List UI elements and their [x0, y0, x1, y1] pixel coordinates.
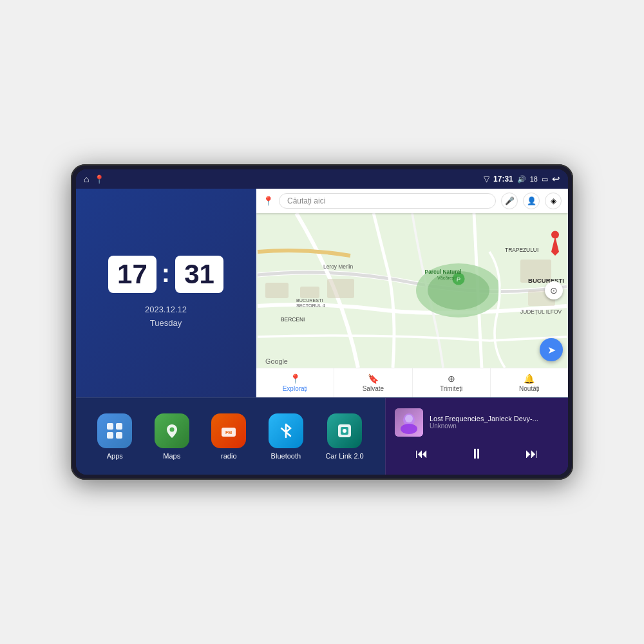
bluetooth-label: Bluetooth	[271, 452, 301, 460]
app-item-apps[interactable]: Apps	[97, 413, 132, 460]
music-info: Lost Frequencies_Janieck Devy-... Unknow…	[395, 408, 559, 437]
music-artist: Unknown	[430, 422, 559, 430]
svg-text:P: P	[457, 276, 460, 283]
radio-label: radio	[221, 452, 236, 460]
screen: ⌂ 📍 ▽ 17:31 🔊 18 ▭ ↩ 17 :	[76, 169, 568, 475]
svg-text:FM: FM	[225, 430, 232, 435]
bluetooth-icon-wrapper	[269, 413, 303, 448]
music-next-btn[interactable]: ⏭	[519, 444, 545, 464]
svg-text:TRAPEZULUI: TRAPEZULUI	[505, 247, 538, 253]
clock-minutes: 31	[175, 256, 223, 293]
music-title: Lost Frequencies_Janieck Devy-...	[430, 415, 559, 422]
svg-point-31	[343, 429, 346, 433]
svg-text:JUDEȚUL ILFOV: JUDEȚUL ILFOV	[520, 308, 562, 315]
svg-text:SECTORUL 4: SECTORUL 4	[296, 303, 325, 308]
battery-icon: ▭	[542, 175, 548, 184]
svg-rect-25	[116, 432, 122, 439]
app-item-radio[interactable]: FM radio	[211, 413, 246, 460]
svg-point-20	[551, 231, 559, 239]
status-right: ▽ 17:31 🔊 18 ▭ ↩	[484, 173, 560, 185]
signal-icon: ▽	[484, 175, 489, 184]
map-pin-icon: 📍	[263, 196, 274, 206]
map-header: 📍 Căutați aici 🎤 👤 ◈	[256, 189, 568, 213]
clock-colon: :	[162, 259, 170, 288]
svg-rect-4	[300, 287, 319, 298]
volume-icon: 🔊	[517, 175, 526, 184]
clock-panel: 17 : 31 2023.12.12 Tuesday	[76, 189, 256, 397]
map-account-btn[interactable]: 👤	[523, 193, 540, 209]
svg-text:Parcul Natural: Parcul Natural	[425, 269, 462, 275]
main-area: 17 : 31 2023.12.12 Tuesday 📍 Căutați aic	[76, 189, 568, 475]
svg-text:BERCENI: BERCENI	[281, 316, 305, 323]
music-text: Lost Frequencies_Janieck Devy-... Unknow…	[430, 415, 559, 430]
svg-rect-5	[327, 279, 354, 298]
svg-point-26	[169, 427, 174, 431]
map-panel[interactable]: 📍 Căutați aici 🎤 👤 ◈	[256, 189, 568, 397]
svg-rect-24	[107, 432, 113, 439]
app-item-maps[interactable]: Maps	[155, 413, 189, 460]
apps-icon	[97, 413, 132, 448]
app-item-bluetooth[interactable]: Bluetooth	[269, 413, 303, 460]
battery-level: 18	[530, 175, 538, 183]
map-location-btn[interactable]: ⊙	[545, 281, 563, 299]
svg-rect-22	[107, 423, 113, 430]
app-item-carlink[interactable]: Car Link 2.0	[325, 413, 363, 460]
clock-display: 17 : 31	[108, 256, 223, 293]
saved-icon: 🔖	[368, 374, 379, 384]
status-time: 17:31	[493, 175, 513, 184]
carlink-icon	[327, 413, 362, 448]
back-icon[interactable]: ↩	[552, 173, 560, 185]
svg-text:Văcărești: Văcărești	[437, 275, 457, 281]
map-footer-send[interactable]: ⊕ Trimiteți	[413, 368, 491, 397]
map-footer-saved[interactable]: 🔖 Salvate	[334, 368, 412, 397]
maps-label: Maps	[163, 452, 180, 460]
music-play-btn[interactable]: ⏸	[463, 443, 490, 465]
svg-text:Google: Google	[265, 357, 288, 365]
clock-date: 2023.12.12 Tuesday	[145, 303, 187, 330]
device-shell: ⌂ 📍 ▽ 17:31 🔊 18 ▭ ↩ 17 :	[71, 164, 573, 480]
send-icon: ⊕	[448, 374, 455, 384]
home-icon[interactable]: ⌂	[84, 174, 89, 184]
svg-rect-3	[265, 283, 289, 298]
apps-label: Apps	[107, 452, 123, 460]
svg-point-35	[405, 415, 413, 422]
map-container[interactable]: P Parcul Natural Văcărești Leroy Merlin …	[256, 213, 568, 368]
svg-point-34	[401, 424, 417, 434]
svg-rect-23	[116, 423, 122, 430]
apps-panel: Apps Maps	[76, 398, 385, 475]
map-navigate-btn[interactable]: ➤	[540, 338, 563, 361]
news-icon: 🔔	[524, 374, 535, 384]
maps-icon	[155, 413, 189, 448]
music-controls: ⏮ ⏸ ⏭	[395, 443, 559, 465]
map-footer: 📍 Explorați 🔖 Salvate ⊕ Trimiteți 🔔	[256, 368, 568, 397]
svg-text:Leroy Merlin: Leroy Merlin	[323, 263, 353, 270]
bottom-row: Apps Maps	[76, 397, 568, 475]
explore-icon: 📍	[290, 374, 301, 384]
music-prev-btn[interactable]: ⏮	[409, 444, 435, 464]
map-voice-btn[interactable]: 🎤	[501, 193, 518, 209]
carlink-label: Car Link 2.0	[325, 452, 363, 460]
top-row: 17 : 31 2023.12.12 Tuesday 📍 Căutați aic	[76, 189, 568, 397]
maps-status-icon[interactable]: 📍	[94, 175, 104, 184]
map-header-icons: 🎤 👤 ◈	[501, 193, 562, 209]
search-placeholder: Căutați aici	[287, 196, 325, 205]
status-bar: ⌂ 📍 ▽ 17:31 🔊 18 ▭ ↩	[76, 169, 568, 189]
radio-icon: FM	[211, 413, 246, 448]
music-panel: Lost Frequencies_Janieck Devy-... Unknow…	[385, 398, 568, 475]
status-left: ⌂ 📍	[84, 174, 104, 184]
music-thumbnail	[395, 408, 423, 437]
map-footer-explore[interactable]: 📍 Explorați	[256, 368, 334, 397]
map-search-bar[interactable]: Căutați aici	[279, 193, 496, 209]
map-layers-btn[interactable]: ◈	[545, 193, 562, 209]
map-footer-news[interactable]: 🔔 Noutăți	[491, 368, 568, 397]
clock-hours: 17	[108, 256, 156, 293]
